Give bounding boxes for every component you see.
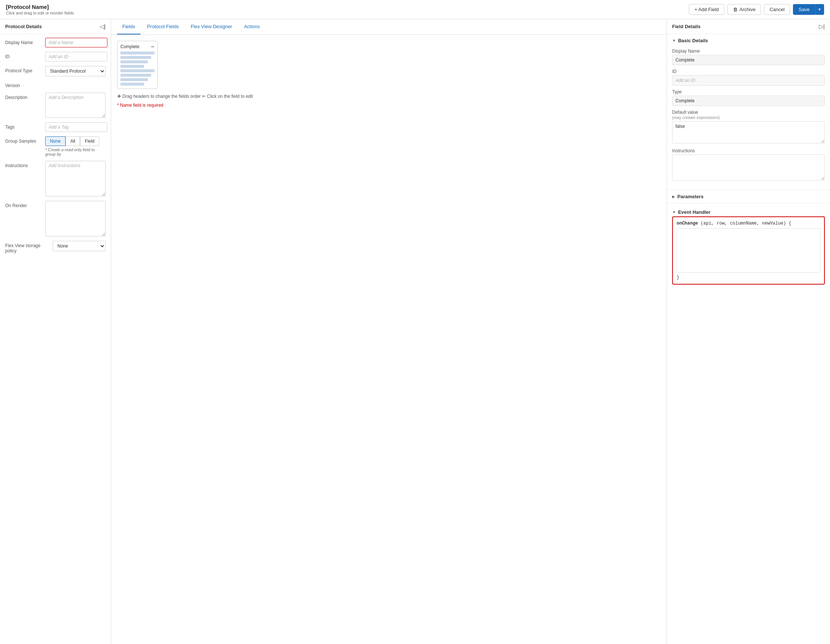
id-input[interactable]	[45, 52, 108, 62]
app-header: [Protocol Name] Click and drag to edit o…	[0, 0, 830, 19]
group-samples-buttons: None All Field	[45, 136, 106, 146]
on-render-textarea[interactable]	[45, 201, 106, 236]
detail-id-label: ID	[672, 69, 825, 74]
field-line-6	[120, 74, 151, 77]
display-name-label: Display Name	[5, 38, 42, 45]
detail-instructions-textarea[interactable]	[672, 155, 825, 180]
detail-default-value-label: Default value (may contain expressions)	[672, 110, 825, 120]
field-line-7	[120, 78, 148, 81]
group-field-button[interactable]: Field	[80, 136, 99, 146]
chevron-down-icon: ▼	[672, 38, 676, 43]
tags-row: Tags	[5, 122, 106, 132]
edit-icon[interactable]: ✏	[151, 44, 155, 49]
protocol-type-select[interactable]: Standard Protocol Collection Protocol Ex…	[45, 66, 106, 76]
main-layout: Protocol Details ◁| Display Name ID Prot…	[0, 19, 830, 644]
tags-input[interactable]	[45, 122, 108, 132]
field-line-4	[120, 65, 144, 68]
complete-field-card[interactable]: Complete ✏	[117, 41, 158, 89]
flex-view-label: Flex View storage policy	[5, 241, 50, 253]
left-panel-title: Protocol Details	[5, 24, 42, 29]
event-handler-toggle[interactable]: ▼ Event Handler	[672, 206, 825, 217]
event-handler-code-line: onChange (api, row, columnName, newValue…	[676, 221, 820, 226]
header-left: [Protocol Name] Click and drag to edit o…	[6, 4, 74, 15]
add-field-button[interactable]: + Add Field	[689, 4, 724, 15]
group-note: * Create a read-only field to group by	[45, 147, 106, 157]
version-label: Version	[5, 81, 42, 88]
field-card-name: Complete	[120, 44, 139, 49]
field-card-lines	[120, 52, 155, 85]
save-button-group: Save ▾	[793, 4, 824, 15]
group-samples-control: None All Field * Create a read-only fiel…	[45, 136, 106, 157]
flex-view-row: Flex View storage policy None Sample Pro…	[5, 241, 106, 253]
event-handler-content: onChange (api, row, columnName, newValue…	[672, 217, 825, 285]
drag-hint: ❖ Drag headers to change the fields orde…	[117, 93, 661, 100]
detail-type-label: Type	[672, 89, 825, 95]
save-button[interactable]: Save	[793, 4, 815, 15]
protocol-details-form: Display Name ID Protocol Type Standard P…	[0, 34, 111, 262]
detail-id-input[interactable]	[672, 75, 825, 85]
group-none-button[interactable]: None	[45, 136, 66, 146]
tab-protocol-fields[interactable]: Protocol Fields	[142, 19, 184, 35]
tab-fields[interactable]: Fields	[117, 19, 141, 35]
collapse-panel-button[interactable]: ◁|	[100, 23, 106, 30]
tab-flex-view-designer[interactable]: Flex View Designer	[185, 19, 238, 35]
detail-instructions-row: Instructions	[672, 148, 825, 182]
instructions-label: Instructions	[5, 161, 42, 168]
detail-type-value: Complete	[672, 96, 825, 106]
detail-default-value-row: Default value (may contain expressions) …	[672, 110, 825, 144]
required-note: * Name field is required	[117, 103, 661, 108]
instructions-textarea[interactable]	[45, 161, 106, 196]
field-card-header: Complete ✏	[120, 44, 155, 49]
group-all-button[interactable]: All	[66, 136, 80, 146]
cancel-button[interactable]: Cancel	[764, 4, 790, 15]
group-samples-label: Group Samples	[5, 136, 42, 144]
detail-display-name-row: Display Name Complete	[672, 49, 825, 65]
detail-default-value-textarea[interactable]: false	[672, 121, 825, 143]
left-panel: Protocol Details ◁| Display Name ID Prot…	[0, 19, 111, 644]
protocol-type-row: Protocol Type Standard Protocol Collecti…	[5, 66, 106, 76]
event-handler-wrapper: ▼ Event Handler onChange (api, row, colu…	[672, 206, 825, 285]
onchange-params: (api, row, columnName, newValue) {	[701, 221, 792, 226]
right-panel-header: Field Details ▷|	[667, 19, 830, 34]
id-row: ID	[5, 52, 106, 62]
tab-actions[interactable]: Actions	[239, 19, 265, 35]
left-panel-header: Protocol Details ◁|	[0, 19, 111, 34]
parameters-toggle[interactable]: ▶ Parameters	[667, 190, 830, 203]
description-textarea[interactable]	[45, 93, 106, 118]
header-actions: + Add Field 🗑 Archive Cancel Save ▾	[689, 4, 824, 15]
id-label: ID	[5, 52, 42, 59]
basic-details-toggle[interactable]: ▼ Basic Details	[667, 34, 830, 47]
on-render-row: On Render	[5, 201, 106, 236]
on-render-label: On Render	[5, 201, 42, 208]
flex-view-select[interactable]: None Sample Protocol	[52, 241, 106, 251]
page-title: [Protocol Name]	[6, 4, 74, 10]
trash-icon: 🗑	[733, 7, 738, 12]
tags-label: Tags	[5, 122, 42, 130]
tabs-bar: Fields Protocol Fields Flex View Designe…	[111, 19, 667, 35]
basic-details-title: Basic Details	[678, 38, 708, 43]
version-row: Version	[5, 81, 106, 88]
save-caret-button[interactable]: ▾	[815, 4, 824, 15]
center-content: Complete ✏ ❖ Drag headers to change the …	[111, 35, 667, 644]
instructions-row: Instructions	[5, 161, 106, 196]
display-name-input[interactable]	[45, 38, 108, 47]
detail-instructions-label: Instructions	[672, 148, 825, 153]
display-name-row: Display Name	[5, 38, 106, 47]
event-handler-close-brace: }	[676, 275, 820, 280]
archive-button[interactable]: 🗑 Archive	[727, 4, 761, 15]
onchange-keyword: onChange	[676, 221, 698, 226]
event-handler-title: Event Handler	[678, 209, 710, 215]
field-line-2	[120, 56, 151, 59]
field-line-8	[120, 82, 144, 85]
center-panel: Fields Protocol Fields Flex View Designe…	[111, 19, 667, 644]
expand-right-panel-button[interactable]: ▷|	[819, 23, 825, 30]
right-panel: Field Details ▷| ▼ Basic Details Display…	[667, 19, 830, 644]
basic-details-section: ▼ Basic Details Display Name Complete ID…	[667, 34, 830, 190]
field-line-1	[120, 52, 155, 54]
field-line-3	[120, 60, 148, 63]
chevron-right-icon: ▶	[672, 195, 675, 199]
event-handler-editor[interactable]	[676, 228, 820, 273]
parameters-section: ▶ Parameters	[667, 190, 830, 203]
event-handler-chevron-icon: ▼	[672, 210, 676, 214]
description-label: Description	[5, 93, 42, 100]
